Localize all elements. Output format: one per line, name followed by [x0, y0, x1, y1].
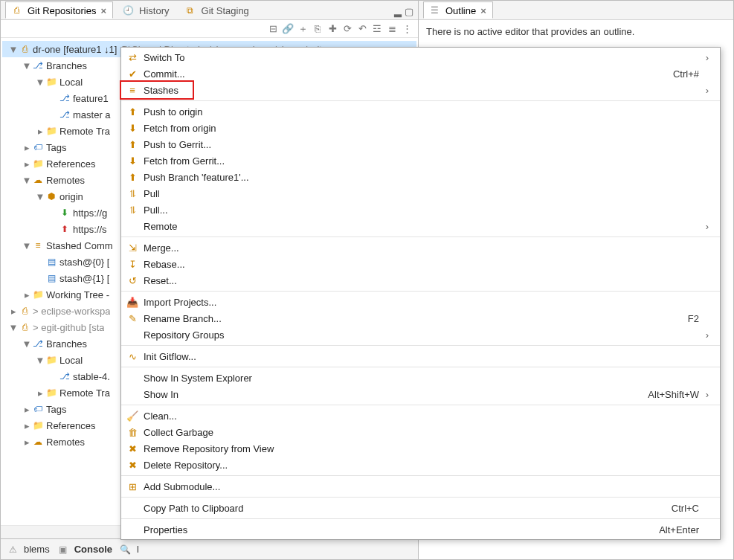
menu-item-push-branch-feature1[interactable]: ⬆Push Branch 'feature1'...	[121, 169, 720, 185]
chevron-right-icon[interactable]: ▸	[22, 289, 32, 300]
tree-node-label: stash@{0} [	[59, 257, 109, 268]
tab-history[interactable]: 🕘History	[117, 2, 175, 18]
link-with-selection-icon[interactable]: 🔗	[281, 22, 294, 36]
chevron-down-icon[interactable]: ▼	[35, 77, 45, 88]
chevron-right-icon[interactable]: ▸	[8, 306, 19, 317]
menu-separator	[121, 100, 720, 101]
refresh-icon[interactable]: ⟳	[341, 22, 354, 36]
chevron-down-icon[interactable]: ▼	[22, 338, 32, 350]
tab-git-staging[interactable]: ⧉Git Staging	[180, 2, 255, 18]
menu-item-label: Fetch from Gerrit...	[144, 155, 702, 167]
chevron-down-icon[interactable]: ▼	[22, 240, 32, 251]
tree-node-label: Remote Tra	[59, 387, 110, 399]
menu-item-remove-repository-from-view[interactable]: ✖Remove Repository from View	[121, 440, 720, 457]
menu-item-repository-groups[interactable]: Repository Groups›	[121, 326, 720, 343]
menu-item-properties[interactable]: PropertiesAlt+Enter	[121, 521, 720, 538]
create-repo-icon[interactable]: ✚	[326, 22, 339, 36]
chevron-right-icon[interactable]: ▸	[22, 158, 32, 170]
minimize-icon[interactable]: ▂	[394, 6, 403, 15]
chevron-down-icon[interactable]: ▼	[8, 44, 19, 55]
chevron-right-icon[interactable]: ▸	[22, 142, 32, 153]
menu-item-remote[interactable]: Remote›	[121, 218, 720, 234]
menu-item-fetch-from-gerrit[interactable]: ⬇Fetch from Gerrit...	[121, 152, 720, 169]
menu-item-collect-garbage[interactable]: 🗑Collect Garbage	[121, 424, 720, 440]
menu-separator	[121, 518, 720, 519]
chevron-down-icon[interactable]: ▼	[22, 175, 32, 186]
menu-item-stashes[interactable]: ≡Stashes›	[121, 82, 720, 98]
bottom-tab[interactable]: 🔍l	[120, 544, 139, 556]
tags-icon: 🏷	[32, 403, 44, 415]
menu-item-show-in-system-explorer[interactable]: Show In System Explorer	[121, 370, 720, 386]
gitflow-icon: ∿	[121, 351, 144, 362]
flat-icon[interactable]: ≣	[385, 22, 399, 36]
hierarchical-icon[interactable]: ☲	[370, 22, 384, 36]
tree-node-label: Remotes	[46, 175, 85, 186]
chevron-down-icon[interactable]: ▼	[8, 322, 19, 333]
menu-item-rebase[interactable]: ↧Rebase...	[121, 256, 720, 272]
menu-separator	[121, 475, 720, 476]
tab-label: Outline	[445, 5, 476, 16]
menu-item-label: Stashes	[144, 85, 702, 96]
menu-item-clean[interactable]: 🧹Clean...	[121, 408, 720, 424]
chevron-right-icon[interactable]: ▸	[22, 404, 32, 415]
menu-item-label: Rebase...	[144, 259, 702, 270]
menu-item-delete-repository[interactable]: ✖Delete Repository...	[121, 457, 720, 473]
tab-git-repositories[interactable]: ⎙Git Repositories×	[5, 1, 113, 19]
stash-icon: ≡	[32, 239, 44, 251]
stash-entry-icon: ▤	[45, 256, 57, 268]
chevron-down-icon[interactable]: ▼	[35, 355, 45, 366]
close-icon[interactable]: ×	[480, 5, 486, 16]
menu-item-label: Push to origin	[144, 106, 702, 118]
merge-icon: ⇲	[121, 242, 144, 254]
chevron-right-icon[interactable]: ▸	[35, 387, 45, 399]
menu-item-switch-to[interactable]: ⇄Switch To›	[121, 49, 720, 65]
bottom-tab[interactable]: ⚠blems	[7, 544, 50, 556]
tags-icon: 🏷	[32, 141, 44, 153]
chevron-down-icon[interactable]: ▼	[35, 191, 45, 202]
close-icon[interactable]: ×	[100, 5, 106, 16]
menu-item-show-in[interactable]: Show InAlt+Shift+W›	[121, 386, 720, 402]
clone-repo-icon[interactable]: ⎘	[311, 22, 324, 36]
menu-item-add-submodule[interactable]: ⊞Add Submodule...	[121, 478, 720, 495]
menu-item-import-projects[interactable]: 📥Import Projects...	[121, 294, 720, 310]
delete-icon: ✖	[121, 460, 144, 471]
console-icon: ▣	[57, 544, 69, 556]
menu-item-commit[interactable]: ✔Commit...Ctrl+#	[121, 65, 720, 82]
rebase-icon: ↧	[121, 259, 144, 270]
chevron-right-icon[interactable]: ▸	[22, 437, 32, 448]
menu-item-reset[interactable]: ↺Reset...	[121, 272, 720, 289]
bottom-tab[interactable]: ▣Console	[57, 544, 112, 556]
menu-item-fetch-from-origin[interactable]: ⬇Fetch from origin	[121, 120, 720, 136]
menu-separator	[121, 497, 720, 498]
remote-push-icon: ⬆	[59, 223, 71, 235]
pull-icon: ⥮	[121, 205, 144, 216]
add-repo-icon[interactable]: ＋	[296, 22, 309, 36]
menu-item-merge[interactable]: ⇲Merge...	[121, 239, 720, 256]
bottom-tab-label: Console	[74, 544, 112, 555]
maximize-icon[interactable]: ▢	[405, 6, 413, 15]
menu-item-pull[interactable]: ⥮Pull...	[121, 202, 720, 218]
view-menu-icon[interactable]: ⋮	[400, 22, 413, 36]
menu-item-label: Delete Repository...	[144, 460, 702, 471]
pull-icon: ⥮	[121, 188, 144, 199]
repo-context-menu[interactable]: ⇄Switch To›✔Commit...Ctrl+#≡Stashes›⬆Pus…	[120, 47, 721, 540]
left-tab-bar: ⎙Git Repositories×🕘History⧉Git Staging ▂…	[1, 1, 418, 20]
push-icon: ⬆	[121, 106, 144, 118]
tree-node-label: stable-4.	[73, 371, 110, 382]
tab-outline[interactable]: ☰Outline×	[423, 1, 493, 19]
collapse-all-icon[interactable]: ⊟	[266, 22, 280, 36]
menu-item-push-to-gerrit[interactable]: ⬆Push to Gerrit...	[121, 136, 720, 152]
remote-fetch-icon: ⬇	[59, 207, 71, 219]
menu-item-push-to-origin[interactable]: ⬆Push to origin	[121, 103, 720, 120]
chevron-down-icon[interactable]: ▼	[22, 60, 32, 71]
bottom-tab-label: blems	[24, 544, 50, 555]
menu-item-rename-branch[interactable]: ✎Rename Branch...F2	[121, 310, 720, 326]
branch-checked-icon: ⎇	[59, 92, 71, 104]
menu-item-pull[interactable]: ⥮Pull	[121, 185, 720, 202]
chevron-right-icon[interactable]: ▸	[22, 420, 32, 431]
menu-item-copy-path-to-clipboard[interactable]: Copy Path to ClipboardCtrl+C	[121, 500, 720, 516]
undo-icon[interactable]: ↶	[355, 22, 369, 36]
menu-item-init-gitflow[interactable]: ∿Init Gitflow...	[121, 348, 720, 364]
menu-item-label: Pull...	[144, 205, 702, 216]
chevron-right-icon[interactable]: ▸	[35, 126, 45, 137]
